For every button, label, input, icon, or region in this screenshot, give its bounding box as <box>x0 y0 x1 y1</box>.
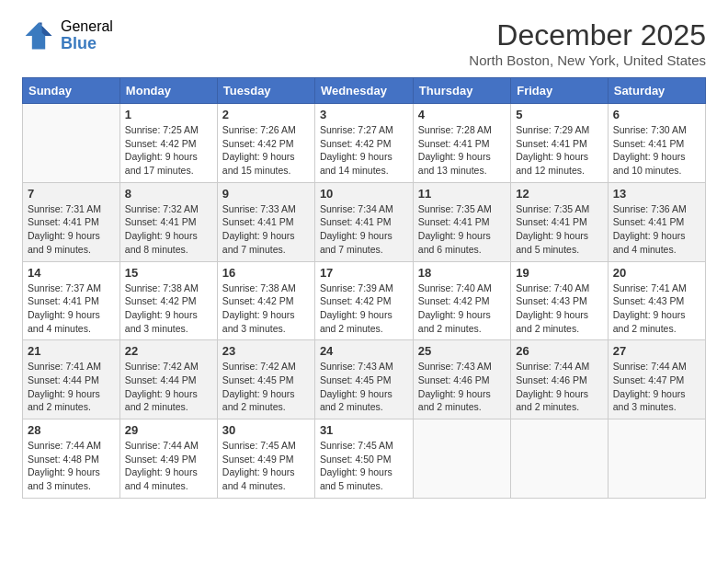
day-header-tuesday: Tuesday <box>217 78 314 104</box>
day-number: 15 <box>125 266 212 280</box>
day-cell <box>413 419 510 499</box>
day-info: Sunrise: 7:38 AM Sunset: 4:42 PM Dayligh… <box>125 282 212 336</box>
day-number: 20 <box>613 266 700 280</box>
week-row-4: 21Sunrise: 7:41 AM Sunset: 4:44 PM Dayli… <box>23 340 706 419</box>
day-number: 18 <box>418 266 506 280</box>
day-info: Sunrise: 7:45 AM Sunset: 4:49 PM Dayligh… <box>222 439 310 493</box>
day-number: 14 <box>28 266 115 280</box>
week-row-3: 14Sunrise: 7:37 AM Sunset: 4:41 PM Dayli… <box>23 261 706 340</box>
day-cell: 30Sunrise: 7:45 AM Sunset: 4:49 PM Dayli… <box>217 419 314 499</box>
day-number: 9 <box>222 187 310 201</box>
day-number: 4 <box>418 108 506 121</box>
day-cell: 29Sunrise: 7:44 AM Sunset: 4:49 PM Dayli… <box>119 419 217 499</box>
day-number: 25 <box>418 344 506 358</box>
day-cell: 3Sunrise: 7:27 AM Sunset: 4:42 PM Daylig… <box>314 104 413 183</box>
day-info: Sunrise: 7:40 AM Sunset: 4:42 PM Dayligh… <box>418 282 506 336</box>
calendar-header-row: SundayMondayTuesdayWednesdayThursdayFrid… <box>23 78 706 104</box>
day-number: 13 <box>613 187 700 201</box>
day-number: 17 <box>320 266 408 280</box>
day-cell: 7Sunrise: 7:31 AM Sunset: 4:41 PM Daylig… <box>23 182 120 261</box>
day-info: Sunrise: 7:35 AM Sunset: 4:41 PM Dayligh… <box>418 202 506 257</box>
day-info: Sunrise: 7:31 AM Sunset: 4:41 PM Dayligh… <box>28 202 115 257</box>
day-number: 19 <box>516 266 603 280</box>
day-info: Sunrise: 7:36 AM Sunset: 4:41 PM Dayligh… <box>613 202 700 257</box>
day-cell: 5Sunrise: 7:29 AM Sunset: 4:41 PM Daylig… <box>511 104 609 183</box>
day-cell: 23Sunrise: 7:42 AM Sunset: 4:45 PM Dayli… <box>217 340 314 419</box>
day-info: Sunrise: 7:42 AM Sunset: 4:45 PM Dayligh… <box>222 360 310 414</box>
day-cell: 24Sunrise: 7:43 AM Sunset: 4:45 PM Dayli… <box>314 340 413 419</box>
day-cell: 21Sunrise: 7:41 AM Sunset: 4:44 PM Dayli… <box>23 340 120 419</box>
day-info: Sunrise: 7:42 AM Sunset: 4:44 PM Dayligh… <box>125 360 212 414</box>
day-cell: 31Sunrise: 7:45 AM Sunset: 4:50 PM Dayli… <box>314 419 413 499</box>
day-number: 23 <box>222 344 310 358</box>
day-cell: 16Sunrise: 7:38 AM Sunset: 4:42 PM Dayli… <box>217 261 314 340</box>
day-info: Sunrise: 7:40 AM Sunset: 4:43 PM Dayligh… <box>516 282 603 336</box>
day-info: Sunrise: 7:26 AM Sunset: 4:42 PM Dayligh… <box>222 123 310 178</box>
day-cell: 2Sunrise: 7:26 AM Sunset: 4:42 PM Daylig… <box>217 104 314 183</box>
title-block: December 2025 North Boston, New York, Un… <box>469 18 706 68</box>
day-cell <box>608 419 705 499</box>
logo-blue: Blue <box>61 35 113 53</box>
day-info: Sunrise: 7:35 AM Sunset: 4:41 PM Dayligh… <box>516 202 603 257</box>
day-info: Sunrise: 7:25 AM Sunset: 4:42 PM Dayligh… <box>125 123 212 178</box>
logo-text: General Blue <box>61 18 113 52</box>
day-number: 31 <box>320 423 408 437</box>
day-info: Sunrise: 7:44 AM Sunset: 4:47 PM Dayligh… <box>613 360 700 414</box>
day-info: Sunrise: 7:45 AM Sunset: 4:50 PM Dayligh… <box>320 439 408 493</box>
day-info: Sunrise: 7:30 AM Sunset: 4:41 PM Dayligh… <box>613 123 700 178</box>
day-number: 2 <box>222 108 310 121</box>
day-cell: 9Sunrise: 7:33 AM Sunset: 4:41 PM Daylig… <box>217 182 314 261</box>
day-info: Sunrise: 7:27 AM Sunset: 4:42 PM Dayligh… <box>320 123 408 178</box>
week-row-2: 7Sunrise: 7:31 AM Sunset: 4:41 PM Daylig… <box>23 182 706 261</box>
day-info: Sunrise: 7:43 AM Sunset: 4:46 PM Dayligh… <box>418 360 506 414</box>
day-number: 30 <box>222 423 310 437</box>
day-number: 8 <box>125 187 212 201</box>
day-header-monday: Monday <box>119 78 217 104</box>
day-info: Sunrise: 7:41 AM Sunset: 4:44 PM Dayligh… <box>28 360 115 414</box>
day-cell: 11Sunrise: 7:35 AM Sunset: 4:41 PM Dayli… <box>413 182 510 261</box>
day-header-thursday: Thursday <box>413 78 510 104</box>
day-number: 5 <box>516 108 603 121</box>
day-info: Sunrise: 7:32 AM Sunset: 4:41 PM Dayligh… <box>125 202 212 257</box>
day-number: 21 <box>28 344 115 358</box>
day-cell: 15Sunrise: 7:38 AM Sunset: 4:42 PM Dayli… <box>119 261 217 340</box>
day-cell: 22Sunrise: 7:42 AM Sunset: 4:44 PM Dayli… <box>119 340 217 419</box>
day-number: 29 <box>125 423 212 437</box>
day-cell: 27Sunrise: 7:44 AM Sunset: 4:47 PM Dayli… <box>608 340 705 419</box>
day-number: 27 <box>613 344 700 358</box>
day-cell: 1Sunrise: 7:25 AM Sunset: 4:42 PM Daylig… <box>119 104 217 183</box>
day-number: 7 <box>28 187 115 201</box>
day-number: 6 <box>613 108 700 121</box>
day-info: Sunrise: 7:38 AM Sunset: 4:42 PM Dayligh… <box>222 282 310 336</box>
day-number: 1 <box>125 108 212 121</box>
calendar: SundayMondayTuesdayWednesdayThursdayFrid… <box>22 77 706 499</box>
day-header-wednesday: Wednesday <box>314 78 413 104</box>
day-cell: 12Sunrise: 7:35 AM Sunset: 4:41 PM Dayli… <box>511 182 609 261</box>
day-number: 3 <box>320 108 408 121</box>
day-number: 28 <box>28 423 115 437</box>
day-number: 12 <box>516 187 603 201</box>
day-cell: 25Sunrise: 7:43 AM Sunset: 4:46 PM Dayli… <box>413 340 510 419</box>
day-cell: 28Sunrise: 7:44 AM Sunset: 4:48 PM Dayli… <box>23 419 120 499</box>
day-cell <box>511 419 609 499</box>
day-cell: 20Sunrise: 7:41 AM Sunset: 4:43 PM Dayli… <box>608 261 705 340</box>
day-cell: 26Sunrise: 7:44 AM Sunset: 4:46 PM Dayli… <box>511 340 609 419</box>
day-info: Sunrise: 7:34 AM Sunset: 4:41 PM Dayligh… <box>320 202 408 257</box>
day-header-friday: Friday <box>511 78 609 104</box>
day-info: Sunrise: 7:33 AM Sunset: 4:41 PM Dayligh… <box>222 202 310 257</box>
day-header-saturday: Saturday <box>608 78 705 104</box>
day-number: 26 <box>516 344 603 358</box>
day-cell: 13Sunrise: 7:36 AM Sunset: 4:41 PM Dayli… <box>608 182 705 261</box>
day-cell: 18Sunrise: 7:40 AM Sunset: 4:42 PM Dayli… <box>413 261 510 340</box>
day-info: Sunrise: 7:29 AM Sunset: 4:41 PM Dayligh… <box>516 123 603 178</box>
day-info: Sunrise: 7:44 AM Sunset: 4:49 PM Dayligh… <box>125 439 212 493</box>
month-title: December 2025 <box>469 18 706 52</box>
day-info: Sunrise: 7:44 AM Sunset: 4:46 PM Dayligh… <box>516 360 603 414</box>
day-cell: 17Sunrise: 7:39 AM Sunset: 4:42 PM Dayli… <box>314 261 413 340</box>
day-info: Sunrise: 7:44 AM Sunset: 4:48 PM Dayligh… <box>28 439 115 493</box>
day-info: Sunrise: 7:39 AM Sunset: 4:42 PM Dayligh… <box>320 282 408 336</box>
day-number: 16 <box>222 266 310 280</box>
day-cell <box>23 104 120 183</box>
day-number: 10 <box>320 187 408 201</box>
day-cell: 6Sunrise: 7:30 AM Sunset: 4:41 PM Daylig… <box>608 104 705 183</box>
